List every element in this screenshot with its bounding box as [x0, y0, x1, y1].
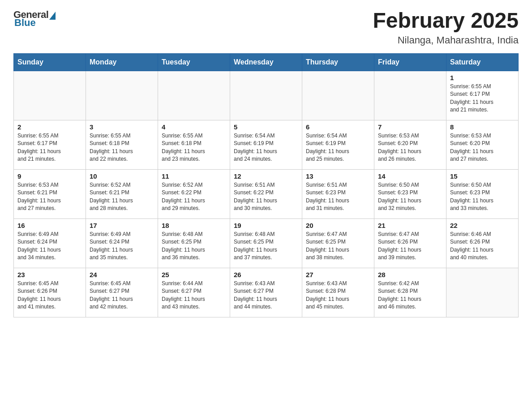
weekday-header-monday: Monday	[86, 53, 158, 71]
day-number: 11	[162, 172, 226, 180]
calendar-cell: 20Sunrise: 6:47 AMSunset: 6:25 PMDayligh…	[302, 218, 374, 268]
day-number: 10	[90, 172, 154, 180]
day-info: Sunrise: 6:55 AMSunset: 6:18 PMDaylight:…	[90, 132, 154, 163]
calendar-cell	[14, 71, 86, 120]
day-info: Sunrise: 6:51 AMSunset: 6:23 PMDaylight:…	[306, 181, 370, 213]
day-info: Sunrise: 6:54 AMSunset: 6:19 PMDaylight:…	[234, 132, 298, 163]
calendar-cell	[446, 268, 519, 317]
weekday-header-sunday: Sunday	[14, 53, 86, 71]
calendar-week-row: 16Sunrise: 6:49 AMSunset: 6:24 PMDayligh…	[14, 218, 519, 268]
calendar-week-row: 1Sunrise: 6:55 AMSunset: 6:17 PMDaylight…	[14, 71, 519, 120]
calendar-table: SundayMondayTuesdayWednesdayThursdayFrid…	[13, 53, 519, 317]
calendar-cell: 1Sunrise: 6:55 AMSunset: 6:17 PMDaylight…	[446, 71, 519, 120]
day-number: 7	[378, 123, 442, 131]
weekday-header-wednesday: Wednesday	[230, 53, 302, 71]
day-info: Sunrise: 6:43 AMSunset: 6:28 PMDaylight:…	[306, 280, 370, 311]
day-info: Sunrise: 6:42 AMSunset: 6:28 PMDaylight:…	[378, 280, 442, 311]
day-info: Sunrise: 6:49 AMSunset: 6:24 PMDaylight:…	[90, 231, 154, 262]
day-number: 13	[306, 172, 370, 180]
calendar-cell: 3Sunrise: 6:55 AMSunset: 6:18 PMDaylight…	[86, 120, 158, 169]
calendar-cell: 9Sunrise: 6:53 AMSunset: 6:21 PMDaylight…	[14, 169, 86, 218]
day-number: 16	[17, 222, 82, 229]
calendar-title: February 2025	[373, 9, 519, 33]
calendar-week-row: 9Sunrise: 6:53 AMSunset: 6:21 PMDaylight…	[14, 169, 519, 218]
calendar-cell: 23Sunrise: 6:45 AMSunset: 6:26 PMDayligh…	[14, 268, 86, 317]
calendar-cell: 2Sunrise: 6:55 AMSunset: 6:17 PMDaylight…	[14, 120, 86, 169]
calendar-cell: 28Sunrise: 6:42 AMSunset: 6:28 PMDayligh…	[374, 268, 446, 317]
day-info: Sunrise: 6:53 AMSunset: 6:21 PMDaylight:…	[17, 181, 82, 213]
calendar-week-row: 2Sunrise: 6:55 AMSunset: 6:17 PMDaylight…	[14, 120, 519, 169]
day-info: Sunrise: 6:45 AMSunset: 6:27 PMDaylight:…	[90, 280, 154, 311]
day-number: 25	[162, 271, 226, 278]
weekday-header-friday: Friday	[374, 53, 446, 71]
day-info: Sunrise: 6:52 AMSunset: 6:21 PMDaylight:…	[90, 181, 154, 213]
day-info: Sunrise: 6:45 AMSunset: 6:26 PMDaylight:…	[17, 280, 82, 311]
day-number: 17	[90, 222, 154, 229]
calendar-cell: 24Sunrise: 6:45 AMSunset: 6:27 PMDayligh…	[86, 268, 158, 317]
day-number: 6	[306, 123, 370, 131]
weekday-header-saturday: Saturday	[446, 53, 519, 71]
calendar-cell	[158, 71, 230, 120]
calendar-cell: 13Sunrise: 6:51 AMSunset: 6:23 PMDayligh…	[302, 169, 374, 218]
day-number: 19	[234, 222, 298, 229]
day-number: 2	[17, 123, 82, 131]
calendar-cell: 7Sunrise: 6:53 AMSunset: 6:20 PMDaylight…	[374, 120, 446, 169]
day-number: 4	[162, 123, 226, 131]
weekday-header-tuesday: Tuesday	[158, 53, 230, 71]
title-block: February 2025 Nilanga, Maharashtra, Indi…	[373, 9, 519, 46]
day-number: 24	[90, 271, 154, 278]
day-number: 8	[450, 123, 515, 131]
calendar-cell	[230, 71, 302, 120]
calendar-week-row: 23Sunrise: 6:45 AMSunset: 6:26 PMDayligh…	[14, 268, 519, 317]
calendar-cell	[374, 71, 446, 120]
day-info: Sunrise: 6:53 AMSunset: 6:20 PMDaylight:…	[450, 132, 515, 163]
day-number: 18	[162, 222, 226, 229]
calendar-cell: 11Sunrise: 6:52 AMSunset: 6:22 PMDayligh…	[158, 169, 230, 218]
calendar-cell: 16Sunrise: 6:49 AMSunset: 6:24 PMDayligh…	[14, 218, 86, 268]
weekday-header-thursday: Thursday	[302, 53, 374, 71]
calendar-cell: 17Sunrise: 6:49 AMSunset: 6:24 PMDayligh…	[86, 218, 158, 268]
calendar-header-row: SundayMondayTuesdayWednesdayThursdayFrid…	[14, 53, 519, 71]
calendar-cell: 26Sunrise: 6:43 AMSunset: 6:27 PMDayligh…	[230, 268, 302, 317]
day-number: 20	[306, 222, 370, 229]
day-number: 28	[378, 271, 442, 278]
day-info: Sunrise: 6:55 AMSunset: 6:17 PMDaylight:…	[450, 83, 515, 114]
day-info: Sunrise: 6:54 AMSunset: 6:19 PMDaylight:…	[306, 132, 370, 163]
calendar-cell: 10Sunrise: 6:52 AMSunset: 6:21 PMDayligh…	[86, 169, 158, 218]
calendar-cell: 25Sunrise: 6:44 AMSunset: 6:27 PMDayligh…	[158, 268, 230, 317]
calendar-cell: 21Sunrise: 6:47 AMSunset: 6:26 PMDayligh…	[374, 218, 446, 268]
day-number: 14	[378, 172, 442, 180]
calendar-cell: 5Sunrise: 6:54 AMSunset: 6:19 PMDaylight…	[230, 120, 302, 169]
calendar-cell: 4Sunrise: 6:55 AMSunset: 6:18 PMDaylight…	[158, 120, 230, 169]
day-info: Sunrise: 6:51 AMSunset: 6:22 PMDaylight:…	[234, 181, 298, 213]
calendar-cell: 27Sunrise: 6:43 AMSunset: 6:28 PMDayligh…	[302, 268, 374, 317]
day-number: 23	[17, 271, 82, 278]
day-info: Sunrise: 6:50 AMSunset: 6:23 PMDaylight:…	[378, 181, 442, 213]
calendar-subtitle: Nilanga, Maharashtra, India	[373, 34, 519, 46]
day-number: 22	[450, 222, 515, 229]
day-info: Sunrise: 6:48 AMSunset: 6:25 PMDaylight:…	[234, 231, 298, 262]
day-number: 27	[306, 271, 370, 278]
day-number: 21	[378, 222, 442, 229]
day-info: Sunrise: 6:52 AMSunset: 6:22 PMDaylight:…	[162, 181, 226, 213]
logo-triangle-icon	[49, 12, 56, 20]
day-info: Sunrise: 6:44 AMSunset: 6:27 PMDaylight:…	[162, 280, 226, 311]
calendar-cell	[86, 71, 158, 120]
calendar-cell: 15Sunrise: 6:50 AMSunset: 6:23 PMDayligh…	[446, 169, 519, 218]
day-info: Sunrise: 6:55 AMSunset: 6:17 PMDaylight:…	[17, 132, 82, 163]
calendar-cell: 19Sunrise: 6:48 AMSunset: 6:25 PMDayligh…	[230, 218, 302, 268]
day-number: 26	[234, 271, 298, 278]
day-info: Sunrise: 6:55 AMSunset: 6:18 PMDaylight:…	[162, 132, 226, 163]
day-info: Sunrise: 6:50 AMSunset: 6:23 PMDaylight:…	[450, 181, 515, 213]
calendar-cell: 14Sunrise: 6:50 AMSunset: 6:23 PMDayligh…	[374, 169, 446, 218]
day-info: Sunrise: 6:46 AMSunset: 6:26 PMDaylight:…	[450, 231, 515, 262]
day-number: 15	[450, 172, 515, 180]
day-info: Sunrise: 6:43 AMSunset: 6:27 PMDaylight:…	[234, 280, 298, 311]
calendar-cell: 22Sunrise: 6:46 AMSunset: 6:26 PMDayligh…	[446, 218, 519, 268]
day-info: Sunrise: 6:53 AMSunset: 6:20 PMDaylight:…	[378, 132, 442, 163]
calendar-cell	[302, 71, 374, 120]
day-number: 5	[234, 123, 298, 131]
day-number: 3	[90, 123, 154, 131]
calendar-cell: 8Sunrise: 6:53 AMSunset: 6:20 PMDaylight…	[446, 120, 519, 169]
day-info: Sunrise: 6:49 AMSunset: 6:24 PMDaylight:…	[17, 231, 82, 262]
